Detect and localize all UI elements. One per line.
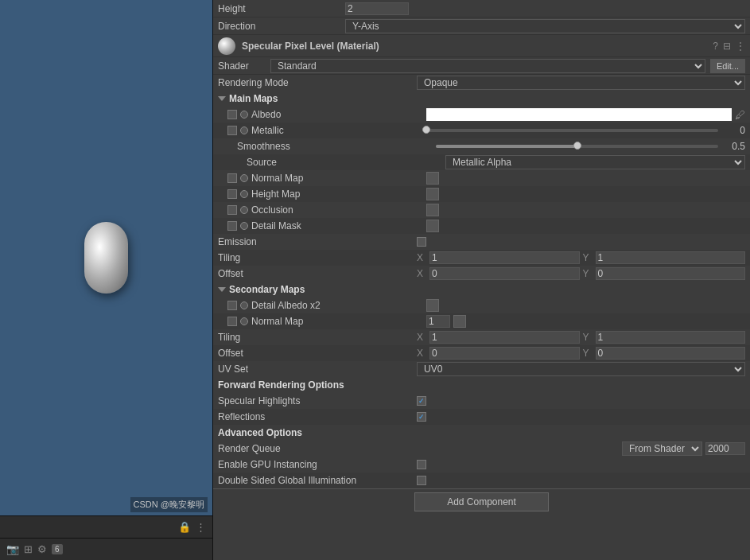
reflections-checkbox[interactable] [417, 412, 426, 422]
normal-map-checkbox[interactable] [227, 173, 237, 183]
gpu-instancing-row: Enable GPU Instancing [213, 457, 750, 472]
albedo-row: Albedo 🖊 [213, 107, 750, 122]
forward-rendering-label: Forward Rendering Options [218, 379, 344, 391]
albedo-checkbox[interactable] [227, 110, 237, 119]
albedo-name: Albedo [227, 109, 426, 120]
sec-tiling-y-input[interactable] [596, 331, 746, 344]
secondary-maps-arrow [218, 287, 226, 292]
smoothness-name: Smoothness [237, 141, 436, 152]
help-icon[interactable]: ? [713, 41, 718, 52]
double-sided-label: Double Sided Global Illumination [218, 475, 356, 486]
normal-map-circle [240, 174, 248, 182]
metallic-circle [240, 126, 248, 134]
more-icon[interactable]: ⋮ [196, 521, 206, 533]
specular-highlights-row: Specular Highlights [213, 393, 750, 409]
sec-normal-map-checkbox[interactable] [227, 317, 237, 326]
direction-select[interactable]: Y-Axis [345, 19, 745, 33]
uv-set-value: UV0 [417, 362, 745, 376]
albedo-circle [240, 111, 248, 119]
height-map-texture [426, 188, 745, 200]
advanced-options-header: Advanced Options [213, 425, 750, 441]
detail-mask-checkbox[interactable] [227, 221, 237, 231]
occlusion-name: Occlusion [227, 204, 426, 216]
uv-set-select[interactable]: UV0 [417, 362, 745, 376]
source-label: Source [247, 157, 277, 168]
shader-select[interactable]: Standard [270, 59, 705, 73]
offset-row: Offset X Y [213, 266, 750, 282]
more-dots-icon[interactable]: ⋮ [736, 41, 745, 52]
height-map-slot[interactable] [426, 188, 439, 200]
render-queue-select[interactable]: From Shader [622, 441, 702, 456]
direction-label: Direction [218, 21, 345, 32]
offset-x-label: X [417, 268, 426, 279]
camera-icon[interactable]: 📷 [6, 543, 19, 555]
albedo-texture-slot[interactable] [426, 108, 732, 121]
shader-row: Shader Standard Edit... [213, 57, 750, 75]
offset-xy-row: X Y [417, 267, 745, 280]
reflections-row: Reflections [213, 409, 750, 425]
tiling-y-label: Y [583, 252, 593, 263]
offset-y-input[interactable] [596, 267, 746, 280]
metallic-slider-track[interactable] [426, 129, 718, 132]
occlusion-checkbox[interactable] [227, 205, 237, 215]
preview-area: CSDN @晚安黎明 [0, 0, 212, 515]
sec-tiling-label: Tiling [218, 332, 240, 343]
occlusion-slot[interactable] [426, 204, 439, 216]
sec-normal-map-input[interactable] [426, 315, 450, 328]
double-sided-value [417, 476, 745, 485]
sec-normal-map-value [426, 315, 745, 328]
tiling-y-input[interactable] [596, 251, 746, 264]
metallic-name: Metallic [227, 125, 426, 136]
rendering-mode-row: Rendering Mode Opaque [213, 75, 750, 91]
watermark: CSDN @晚安黎明 [130, 497, 208, 512]
metallic-checkbox[interactable] [227, 126, 237, 135]
layout-icon[interactable]: ⊟ [723, 41, 731, 52]
normal-map-slot[interactable] [426, 172, 439, 185]
gpu-instancing-name: Enable GPU Instancing [218, 459, 417, 470]
gpu-instancing-checkbox[interactable] [417, 460, 426, 469]
grid-icon[interactable]: ⊞ [24, 543, 33, 555]
detail-albedo-label: Detail Albedo x2 [251, 300, 321, 311]
rendering-mode-select[interactable]: Opaque [417, 76, 745, 90]
detail-albedo-slot[interactable] [426, 299, 439, 312]
sec-tiling-x-input[interactable] [429, 331, 580, 344]
sec-offset-x-input[interactable] [429, 347, 580, 360]
sec-normal-map-slot[interactable] [453, 315, 466, 328]
source-select[interactable]: Metallic Alpha [445, 155, 745, 169]
edit-button[interactable]: Edit... [710, 59, 745, 73]
specular-highlights-name: Specular Highlights [218, 395, 417, 406]
sec-offset-label: Offset [218, 348, 243, 359]
emission-checkbox[interactable] [417, 237, 426, 247]
metallic-slider-thumb[interactable] [422, 126, 430, 134]
tiling-x-input[interactable] [429, 251, 580, 264]
smoothness-slider-thumb[interactable] [573, 142, 581, 150]
detail-albedo-texture [426, 299, 745, 312]
detail-mask-slot[interactable] [426, 220, 439, 232]
offset-x-input[interactable] [429, 267, 580, 280]
source-row: Source Metallic Alpha [213, 154, 750, 170]
main-maps-arrow [218, 96, 226, 101]
specular-highlights-checkbox[interactable] [417, 396, 426, 406]
double-sided-checkbox[interactable] [417, 476, 426, 485]
detail-albedo-checkbox[interactable] [227, 301, 237, 310]
height-map-checkbox[interactable] [227, 189, 237, 199]
sec-tiling-name: Tiling [218, 332, 417, 343]
settings-icon-small[interactable]: ⚙ [37, 543, 47, 555]
left-panel: CSDN @晚安黎明 🔒 ⋮ 📷 ⊞ ⚙ 6 [0, 0, 213, 560]
normal-map-row: Normal Map [213, 170, 750, 186]
occlusion-row: Occlusion [213, 202, 750, 218]
detail-mask-texture [426, 220, 745, 232]
sec-offset-y-input[interactable] [596, 347, 746, 360]
lock-icon[interactable]: 🔒 [178, 521, 191, 533]
source-value: Metallic Alpha [445, 155, 745, 169]
height-input[interactable] [345, 2, 409, 15]
uv-set-row: UV Set UV0 [213, 361, 750, 377]
forward-rendering-header: Forward Rendering Options [213, 377, 750, 393]
smoothness-slider-track[interactable] [436, 145, 718, 148]
offset-label: Offset [218, 268, 243, 279]
eye-dropper-icon[interactable]: 🖊 [735, 109, 745, 121]
sec-offset-row: Offset X Y [213, 345, 750, 361]
detail-mask-name: Detail Mask [227, 220, 426, 231]
render-queue-input[interactable] [705, 442, 745, 455]
add-component-button[interactable]: Add Component [414, 492, 549, 511]
